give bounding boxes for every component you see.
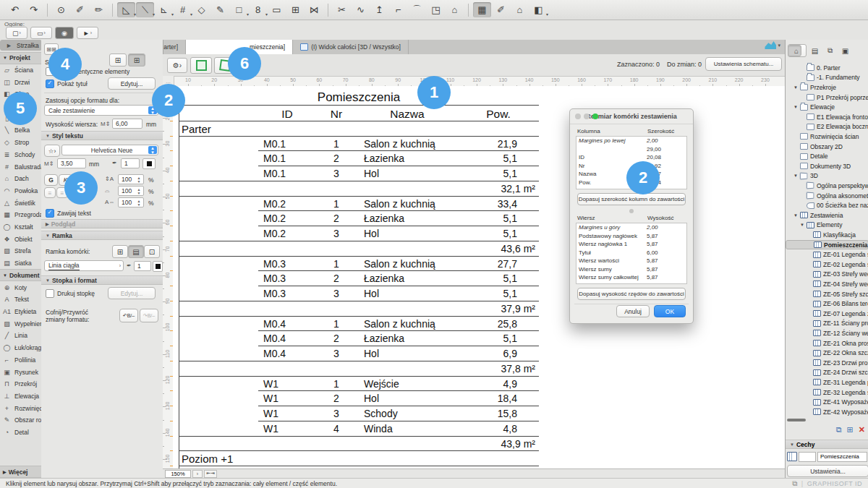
header-style-grid-icon[interactable]: ⊞ [128, 53, 145, 67]
column-width-row[interactable]: Margines po lewej2,00 [576, 137, 686, 145]
navigator-item-elewacje[interactable]: ▼Elewacje [786, 102, 868, 112]
toolbox-item-schody[interactable]: ≣Schody [0, 149, 41, 161]
redo-format-button[interactable]: ↷B/– [140, 309, 158, 322]
navigator-item-ze-31-legenda-pro[interactable]: ZE-31 Legenda pro [786, 377, 868, 388]
frame-pen-input[interactable]: 1 [134, 261, 151, 271]
splitter-handle[interactable] [629, 209, 634, 213]
undo-format-button[interactable]: ↶B/– [119, 309, 138, 322]
navigator-item-przekroje[interactable]: ▼Przekroje [786, 82, 868, 93]
edit-footer-button[interactable]: Edytuj... [108, 287, 156, 299]
schedule-name-field[interactable]: Pomieszczenia [817, 452, 867, 462]
navigator-item-dokumenty-3d[interactable]: Dokumenty 3D [786, 161, 868, 171]
navigator-item-00-cie-ka-bez-nazwy[interactable]: 00 Ścieżka bez nazwy [786, 200, 868, 210]
wrap-text-checkbox[interactable]: Zawijaj tekst [46, 209, 91, 218]
stepper-icon[interactable]: ▲▼ [136, 176, 142, 184]
navigator-item-ze-32-legenda-str[interactable]: ZE-32 Legenda str [786, 388, 868, 398]
header-style-flat-icon[interactable]: ⊞ [109, 53, 127, 67]
base-level-icon[interactable]: ⌂ [446, 2, 464, 17]
row-height-row[interactable]: Margines u góry2,00 [576, 223, 686, 232]
favorite-style-button[interactable]: ☆› [44, 145, 60, 157]
navigator-item-0-parter[interactable]: 0. Parter [786, 63, 868, 73]
set-square-icon[interactable]: ◺▾ [117, 2, 135, 17]
toolbox-item-elewacja[interactable]: ⊥Elewacja [0, 390, 41, 403]
font-size-input[interactable]: 3,50 [57, 158, 86, 168]
navigator-item--1-fundamenty[interactable]: -1. Fundamenty [786, 73, 868, 83]
navigator-item-ze-05-strefy-szcze[interactable]: ZE-05 Strefy szcze [786, 289, 868, 299]
toolbox-item-strefa[interactable]: ▨Strefa [0, 245, 41, 257]
navigator-item-ze-02-legenda-str[interactable]: ZE-02 Legenda str [786, 260, 868, 270]
fit-in-window-icon[interactable]: ⇤⇥ [204, 470, 217, 478]
bold-button[interactable]: G [44, 174, 58, 186]
toolbox-item-tekst[interactable]: ATekst [0, 294, 41, 306]
paint-icon[interactable]: ✐ [492, 2, 510, 17]
toolbox-item-belka[interactable]: ╲Belka [0, 124, 41, 137]
navigator-item-pomieszczenia[interactable]: Pomieszczenia [786, 240, 868, 250]
letter-height-spinner[interactable]: 100▲▼ [118, 174, 144, 184]
toolbox-more[interactable]: ▶Więcej [0, 466, 42, 478]
navigator-item-3d[interactable]: ▼3D [786, 171, 868, 181]
stepper-icon[interactable]: ▲▼ [136, 188, 142, 195]
expander-icon[interactable]: ▼ [793, 174, 798, 178]
toolbox-item-przegroda[interactable]: ▦Przegroda [0, 209, 41, 221]
tab-view-map[interactable]: ▤ [808, 45, 822, 56]
frame-horizontal-icon[interactable]: ▤ [128, 245, 144, 258]
row-height-row[interactable]: Wiersz sumy5,87 [576, 265, 686, 274]
drag-preset-button[interactable]: ▭› [30, 27, 52, 39]
schedule-table-icon[interactable]: ⊞ [286, 2, 305, 17]
toolbox-item-drzwi[interactable]: ◫Drzwi [0, 76, 41, 88]
navigator-item-ze-24-drzwi-szcze[interactable]: ZE-24 Drzwi szcze [786, 368, 868, 378]
quick-views-button[interactable]: ▾ [765, 41, 780, 49]
toolbox-item-obiekt[interactable]: ❖Obiekt [0, 233, 41, 245]
navigator-item-klasyfikacja[interactable]: Klasyfikacja [786, 230, 868, 240]
navigator-item-og-lna-perspektywa[interactable]: Ogólna perspektywa [786, 181, 868, 191]
navigator-item-ze-04-strefy-wed-u[interactable]: ZE-04 Strefy wedłu [786, 279, 868, 289]
letter-width-spinner[interactable]: 100▲▼ [118, 186, 144, 196]
navigator-item-ze-21-okna-proste[interactable]: ZE-21 Okna proste [786, 338, 868, 348]
row-height-row[interactable]: Tytuł6,00 [576, 249, 686, 257]
row-height-row[interactable]: Wiersz wartości5,87 [576, 257, 686, 265]
toolbox-item-strop[interactable]: ◇Strop [0, 137, 41, 149]
trace-pen-icon[interactable]: ✎ [211, 2, 229, 17]
toolbox-item--uk-okr-g[interactable]: ◯Łuk/okrąg [0, 342, 41, 354]
toolbox-section-dokument[interactable]: ▼Dokument [0, 269, 41, 281]
line-type-select[interactable]: Linia ciągła › [44, 260, 124, 271]
zoom-window-icon[interactable] [592, 114, 598, 119]
resize-icon[interactable]: ◳ [427, 2, 445, 17]
rotate-preset-button[interactable]: ◉ [55, 27, 74, 39]
navigator-settings-button[interactable]: Ustawienia... [787, 465, 868, 477]
select-cells-button[interactable] [190, 57, 212, 74]
toolbox-item-pow-oka[interactable]: ◠Powłoka [0, 185, 41, 197]
figure-tool-icon[interactable]: 8▾ [249, 2, 267, 17]
tab-2[interactable]: (I) Widok całości [3D / Wszystko] [293, 40, 409, 54]
marquee-preset-button[interactable]: ▢› [6, 27, 27, 39]
morph-icon[interactable]: ◧▾ [529, 2, 548, 17]
vertical-ruler[interactable]: 2030405060708090100110120130140150 [163, 86, 174, 468]
minimize-icon[interactable] [584, 114, 590, 119]
column-width-row[interactable]: ID20,08 [576, 153, 686, 162]
editing-plane-icon[interactable]: ◇ [192, 2, 210, 17]
section-text-style[interactable]: ▼Styl tekstu [41, 131, 163, 140]
frame-color-chip[interactable] [153, 261, 163, 272]
navigator-item-og-lna-aksonometria[interactable]: Ogólna aksonometria [786, 191, 868, 201]
toolbox-item-strza-ka[interactable]: ►Strzałka [0, 40, 42, 51]
section-preview[interactable]: ▶Podgląd [41, 219, 163, 228]
tab-project-map[interactable]: ⌂ [788, 45, 801, 56]
navigator-item-e1-elewacja-frontowa[interactable]: E1 Elewacja frontowa [786, 112, 868, 122]
toolbox-section-projekt[interactable]: ▼Projekt [0, 52, 41, 64]
toolbox-item-rozwini-cie[interactable]: +Rozwinięcie [0, 402, 41, 414]
toolbox-item-linia[interactable]: ╱Linia [0, 330, 41, 342]
toolbox-item-kszta-t[interactable]: ◯Kształt [0, 221, 41, 234]
expander-icon[interactable]: ▼ [793, 85, 798, 90]
frame-outer-icon[interactable]: ⊡ [144, 245, 160, 258]
ok-button[interactable]: OK [654, 305, 686, 317]
toolbox-item-przekr-j[interactable]: ⊓Przekrój [0, 378, 41, 390]
arrow-tool-button[interactable]: ►› [77, 27, 98, 39]
fit-rows-button[interactable]: Dopasuj wysokość rzędów do zawartości [577, 288, 686, 300]
navigator-item-ze-23-drzwi-proste[interactable]: ZE-23 Drzwi proste [786, 358, 868, 368]
windows-stack-icon[interactable]: ⧉ [792, 479, 798, 488]
toolbox-item-siatka[interactable]: ▤Siatka [0, 257, 41, 270]
undo-icon[interactable]: ↶ [6, 2, 24, 17]
properties-section[interactable]: ▼Cechy [786, 440, 868, 449]
toolbox-item-koty[interactable]: ⊕Koty [0, 281, 41, 294]
stretch-icon[interactable]: ⋈ [305, 2, 323, 17]
